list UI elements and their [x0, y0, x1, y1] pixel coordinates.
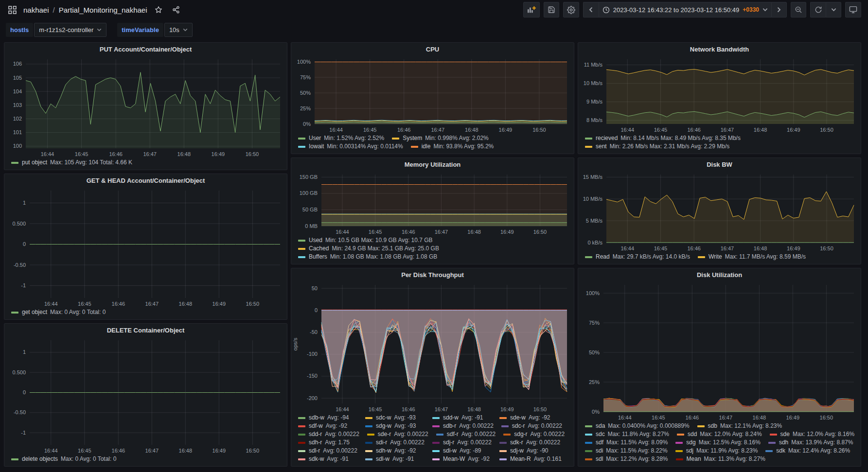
kiosk-mode-button[interactable]	[845, 2, 861, 17]
legend-item-sdl[interactable]: sdlMax: 12.2% Avg: 8.28%	[585, 455, 668, 463]
time-shift-forward-button[interactable]	[771, 2, 787, 17]
legend-item-sdl-r[interactable]: sdl-rAvg: 0.00222	[298, 447, 357, 455]
chart-get[interactable]: 10.5000-0.50-116:4416:4516:4616:4716:481…	[4, 187, 287, 309]
legend-series-stats: Max: 12.4% Avg: 8.26%	[788, 447, 850, 455]
legend-item-sdj-r[interactable]: sdj-rAvg: 0.00222	[432, 439, 492, 446]
legend-item-sdh-w[interactable]: sdh-wAvg: -92	[365, 447, 425, 455]
legend-item-sdh[interactable]: sdhMax: 13.9% Avg: 8.87%	[768, 439, 853, 446]
x-axis-tick: 16:48	[179, 448, 193, 454]
panel-title-get[interactable]: GET & HEAD Account/Container/Object	[4, 174, 287, 187]
chart-put[interactable]: 10010110210310410510616:4416:4516:4616:4…	[4, 55, 287, 159]
legend-item-sdd-w[interactable]: sdd-wAvg: -91	[432, 414, 492, 421]
star-icon[interactable]	[152, 3, 165, 16]
kiosk-monitor-icon	[849, 6, 857, 14]
x-axis-tick: 16:44	[336, 406, 349, 412]
legend-item-sde-r[interactable]: sde-rAvg: 0.00222	[367, 431, 428, 438]
legend-series-color	[11, 312, 18, 314]
legend-item-Mean-W[interactable]: Mean-WAvg: -92	[432, 455, 492, 463]
apps-grid-icon[interactable]	[6, 3, 18, 16]
chart-perdisk[interactable]: 500-50-100-150-20016:4416:4516:4616:4716…	[291, 281, 574, 414]
legend-item-Mean[interactable]: MeanMax: 11.3% Avg: 8.27%	[676, 455, 765, 463]
variable-time-value-dropdown[interactable]: 10s	[164, 23, 193, 37]
time-shift-back-button[interactable]	[583, 2, 599, 17]
legend-item-sdi[interactable]: sdiMax: 11.5% Avg: 8.22%	[585, 447, 668, 455]
panel-title-delete[interactable]: DELETE Container/Object	[4, 324, 287, 336]
legend-item-Cached[interactable]: CachedMin: 24.9 GB Max: 25.1 GB Avg: 25.…	[298, 245, 439, 252]
legend-item-Write[interactable]: WriteMax: 11.7 MB/s Avg: 8.59 MB/s	[698, 253, 806, 261]
legend-item-sdf-r[interactable]: sdf-rAvg: 0.00222	[436, 431, 496, 438]
legend-item-sdi-w[interactable]: sdi-wAvg: -89	[432, 447, 492, 455]
legend-item-recieved[interactable]: recievedMin: 8.14 Mb/s Max: 8.49 Mb/s Av…	[585, 135, 741, 142]
legend-item-idle[interactable]: idleMin: 93.8% Avg: 95.2%	[411, 143, 494, 150]
legend-item-delete objects[interactable]: delete objectsMax: 0 Avg: 0 Total: 0	[11, 455, 116, 463]
refresh-button[interactable]	[810, 2, 826, 17]
legend-item-Mean-R[interactable]: Mean-RAvg: 0.161	[499, 455, 562, 463]
chart-memory[interactable]: 0 MB50 GB100 GB150 GB16:4416:4516:4616:4…	[291, 171, 574, 237]
chart-cpu[interactable]: 0%25%50%75%100%16:4416:4516:4616:4716:48…	[291, 55, 574, 135]
breadcrumb-folder[interactable]: nakhaei	[23, 6, 49, 14]
chart-diskbw[interactable]: 0 kB/s5 MB/s10 MB/s15 MB/s16:4416:4516:4…	[578, 171, 861, 253]
legend-item-Used[interactable]: UsedMin: 10.5 GB Max: 10.9 GB Avg: 10.7 …	[298, 237, 433, 244]
breadcrumb-dashboard-title[interactable]: Partial_Monitoring_nakhaei	[59, 6, 147, 14]
legend-item-sdg-w[interactable]: sdg-wAvg: -93	[365, 422, 425, 430]
y-axis-tick: 104	[13, 88, 22, 94]
legend-item-sdc[interactable]: sdcMax: 11.8% Avg: 8.27%	[585, 431, 669, 438]
legend-item-Buffers[interactable]: BuffersMin: 1.08 GB Max: 1.08 GB Avg: 1.…	[298, 253, 437, 261]
legend-item-User[interactable]: UserMin: 1.52% Avg: 2.52%	[298, 135, 384, 142]
share-icon[interactable]	[170, 3, 182, 16]
y-axis-tick: 100 GB	[300, 190, 318, 196]
panel-title-perdisk[interactable]: Per Disk Throughput	[291, 268, 574, 281]
legend-item-sdc-w[interactable]: sdc-wAvg: -93	[365, 414, 425, 421]
legend-item-get object[interactable]: get objectMax: 0 Avg: 0 Total: 0	[11, 309, 106, 316]
legend-item-sdb-w[interactable]: sdb-wAvg: -94	[298, 414, 357, 421]
legend-item-sdg-r[interactable]: sdg-rAvg: 0.00222	[503, 431, 565, 438]
legend-item-sdg[interactable]: sdgMax: 12.5% Avg: 8.16%	[675, 439, 761, 446]
legend-item-sdb[interactable]: sdbMax: 12.1% Avg: 8.23%	[697, 422, 782, 430]
panel-title-network[interactable]: Network Bandwidth	[578, 43, 861, 55]
legend-row: sdf-wAvg: -92sdg-wAvg: -93sdb-rAvg: 0.00…	[298, 422, 571, 430]
zoom-out-time-button[interactable]	[791, 2, 806, 17]
chart-network[interactable]: 8 Mb/s9 Mb/s10 Mb/s11 Mb/s16:4416:4516:4…	[578, 55, 861, 135]
panel-title-memory[interactable]: Memory Utilization	[291, 158, 574, 171]
dashboard-settings-button[interactable]	[563, 2, 579, 17]
legend-item-sdj[interactable]: sdjMax: 11.9% Avg: 8.23%	[675, 447, 758, 455]
legend-item-sent[interactable]: sentMin: 2.26 Mb/s Max: 2.31 Mb/s Avg: 2…	[585, 143, 729, 150]
legend-item-put object[interactable]: put objectMax: 105 Avg: 104 Total: 4.66 …	[11, 159, 132, 166]
legend-item-sde[interactable]: sdeMax: 12.0% Avg: 8.16%	[770, 431, 855, 438]
legend-item-sdi-r[interactable]: sdi-rAvg: 0.00222	[365, 439, 425, 446]
legend-item-sde-w[interactable]: sde-wAvg: -92	[499, 414, 559, 421]
legend-item-sdk-w[interactable]: sdk-wAvg: -91	[298, 455, 357, 463]
legend-item-System[interactable]: SystemMin: 0.998% Avg: 2.02%	[392, 135, 489, 142]
refresh-interval-dropdown[interactable]	[826, 2, 841, 17]
legend-item-sdf-w[interactable]: sdf-wAvg: -92	[298, 422, 357, 430]
legend-series-color	[432, 450, 440, 452]
legend-series-color	[11, 162, 18, 164]
legend-item-sdd-r[interactable]: sdd-rAvg: 0.00222	[298, 431, 359, 438]
legend-item-sdl-w[interactable]: sdl-wAvg: -91	[365, 455, 425, 463]
legend-series-stats: Avg: 0.00222	[394, 431, 428, 438]
save-dashboard-button[interactable]	[544, 2, 559, 17]
variable-hostls-value-dropdown[interactable]: m-r1z1s2-controller	[34, 23, 106, 37]
panel-title-diskutil[interactable]: Disk Utilization	[578, 268, 861, 281]
legend-item-sdb-r[interactable]: sdb-rAvg: 0.00222	[432, 422, 494, 430]
chart-delete[interactable]: 10.5000-0.50-116:4416:4516:4616:4716:481…	[4, 336, 287, 455]
panel-title-put[interactable]: PUT Account/Container/Object	[4, 43, 287, 55]
legend-item-Iowait[interactable]: IowaitMin: 0.00314% Avg: 0.0114%	[298, 143, 403, 150]
panel-title-diskbw[interactable]: Disk BW	[578, 158, 861, 171]
legend-item-sdj-w[interactable]: sdj-wAvg: -90	[499, 447, 559, 455]
legend-series-name: sdg-r	[514, 431, 527, 438]
legend-item-sdh-r[interactable]: sdh-rAvg: 1.75	[298, 439, 357, 446]
legend-item-sdf[interactable]: sdfMax: 11.5% Avg: 8.09%	[585, 439, 668, 446]
legend-item-sdk-r[interactable]: sdk-rAvg: 0.00222	[499, 439, 560, 446]
legend-item-sdd[interactable]: sddMax: 12.0% Avg: 8.24%	[677, 431, 762, 438]
x-axis-tick: 16:48	[754, 245, 767, 251]
add-panel-button[interactable]	[523, 2, 540, 17]
legend-series-color	[698, 256, 705, 258]
time-range-picker[interactable]: 2023-03-12 16:43:22 to 2023-03-12 16:50:…	[599, 2, 771, 17]
panel-title-cpu[interactable]: CPU	[291, 43, 574, 55]
chart-diskutil[interactable]: 0%25%50%75%100%16:4416:4516:4616:4716:48…	[578, 281, 861, 422]
legend-item-sda[interactable]: sdaMax: 0.0400% Avg: 0.000889%	[585, 422, 690, 430]
legend-item-Read[interactable]: ReadMax: 29.7 kB/s Avg: 14.0 kB/s	[585, 253, 690, 261]
legend-item-sdc-r[interactable]: sdc-rAvg: 0.00222	[501, 422, 562, 430]
legend-item-sdk[interactable]: sdkMax: 12.4% Avg: 8.26%	[765, 447, 850, 455]
